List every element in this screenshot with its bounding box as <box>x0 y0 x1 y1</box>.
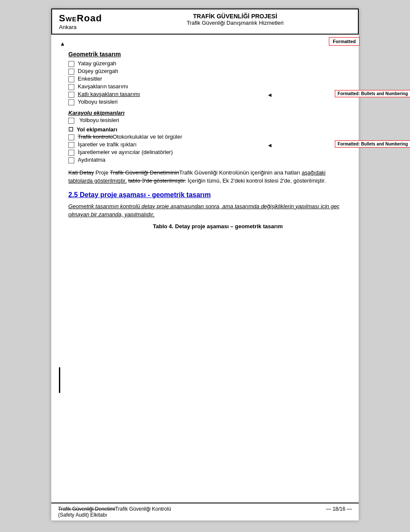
para1-denetiminin: Trafik Güvenliği Denetiminin <box>110 169 179 176</box>
list-item-text: İşaretlemeler ve ayırıcılar (delinatörle… <box>78 149 173 155</box>
list-item-text: Enkesitler <box>78 76 102 82</box>
footer-center: — 18/16 — <box>326 506 352 512</box>
section-number: 2.5 <box>68 191 78 198</box>
list-item-text: Yatay güzergah <box>78 60 116 67</box>
list-item-text: Yolboyu tesisleri <box>78 99 117 105</box>
company-logo: SweRoad <box>59 13 102 24</box>
para1-kati-detay: Kati Detay <box>68 169 94 176</box>
bullet-list-1: Yatay güzergah Düşey güzergah Enkesitler… <box>68 60 342 105</box>
formatted-label-text: Formatted <box>333 39 356 44</box>
italic-paragraph: Geometrik tasarımın kontrolü detay proje… <box>68 202 342 219</box>
header-center: TRAFİK GÜVENLİĞİ PROJESİ Trafik Güvenliğ… <box>102 13 351 26</box>
bullet-list-2: Trafik kontrolüOtokorkuluklar ve tel örg… <box>68 134 342 163</box>
header-title-main: TRAFİK GÜVENLİĞİ PROJESİ <box>119 13 351 20</box>
document-footer: Trafik Güvenliği DenetimiTrafik Güvenliğ… <box>51 503 359 520</box>
formatted-bullets-badge-2: Formatted: Bullets and Numbering <box>335 140 410 148</box>
list-item-text: Aydınlatma <box>78 157 105 163</box>
list-item: Yolboyu tesisleri <box>68 99 342 105</box>
main-content: Formatted Geometrik tasarım ▲ Yatay güze… <box>51 35 359 241</box>
footer-kontrolu-text: Trafik Güvenliği Kontrolü <box>115 506 171 512</box>
formatted-bullets-text-2: Formatted: Bullets and Numbering <box>338 142 408 146</box>
para1-proje: Proje <box>96 169 110 176</box>
bullet-checkbox-icon <box>68 61 74 67</box>
para1-iceriginin: içeriğinin ana hatları <box>251 169 302 176</box>
header-left: SweRoad Ankara <box>59 13 102 30</box>
footer-left: Trafik Güvenliği DenetimiTrafik Güvenliğ… <box>58 506 171 518</box>
list-item-text: Düşey güzergah <box>78 68 118 74</box>
dash-icon: ☐ <box>68 126 73 133</box>
list-item-text: Trafik kontrolüOtokorkuluklar ve tel örg… <box>78 134 182 140</box>
formatted-badge: Formatted <box>329 37 360 46</box>
arrow-icon-2: ◄ <box>267 142 272 148</box>
bullet-checkbox-icon <box>68 142 74 148</box>
section-title: Detay proje aşaması - geometrik tasarım <box>80 191 211 198</box>
list-item-text: Kavşakların tasarımı <box>78 83 129 90</box>
list-item-text: Katlı kavşakların tasarımı <box>78 91 140 97</box>
logo-swe: Swe <box>59 13 77 23</box>
left-bar-marker <box>59 367 60 393</box>
footer-line-2: (Safety Audit) Elkitabı <box>58 512 171 518</box>
section-2-5-heading: 2.5 Detay proje aşaması - geometrik tasa… <box>68 191 342 199</box>
bullet-checkbox-icon <box>68 134 74 140</box>
bullet-checkbox-icon <box>68 84 74 90</box>
footer-audit-text: Trafik Güvenliği Denetimi <box>58 506 115 512</box>
section-heading-geometric: Geometrik tasarım <box>68 51 342 58</box>
list-item-text: İşaretler ve trafik ışıkları <box>78 141 137 148</box>
sub-item-text: Yolboyu tesisleri <box>79 117 119 123</box>
list-item: Düşey güzergah <box>68 68 342 75</box>
paragraph-1: Kati Detay Proje Trafik Güvenliği Deneti… <box>68 169 342 185</box>
bullet-checkbox-icon <box>68 157 74 163</box>
sub-item-yolboyu: Yolboyu tesisleri <box>68 117 342 124</box>
para1-tablo3: tablo 3'de gösterilmiştir. <box>128 177 186 184</box>
list-item: Katlı kavşakların tasarımı Formatted: Bu… <box>68 91 342 98</box>
bullet-checkbox-icon <box>68 99 74 105</box>
sub-heading-yol-text: Yol ekipmanları <box>76 126 117 133</box>
table-caption: Tablo 4. Detay proje aşaması – geometrik… <box>94 223 342 230</box>
document-page: SweRoad Ankara TRAFİK GÜVENLİĞİ PROJESİ … <box>51 9 359 520</box>
bullet-checkbox-icon <box>68 76 74 82</box>
bullet-checkbox-icon <box>68 150 74 156</box>
header-title-sub: Trafik Güvenliği Danışmanlık Hizmetleri <box>119 20 351 26</box>
formatted-bullets-text-1: Formatted: Bullets and Numbering <box>338 91 408 96</box>
list-item: İşaretlemeler ve ayırıcılar (delinatörle… <box>68 149 342 156</box>
section-marker: ▲ <box>60 41 65 47</box>
list-item: Aydınlatma <box>68 157 342 163</box>
para1-kontrolunun: Trafik Güvenliği Kontrolünün <box>179 169 249 176</box>
bullet-dash-icon <box>68 118 74 124</box>
arrow-icon-1: ◄ <box>267 92 272 98</box>
bullet-checkbox-icon <box>68 69 74 75</box>
list-item: Yatay güzergah <box>68 60 342 67</box>
sub-heading-karayolu: Karayolu ekipmanları <box>68 110 342 116</box>
list-item: İşaretler ve trafik ışıkları Formatted: … <box>68 141 342 148</box>
logo-road: Road <box>77 13 102 23</box>
footer-line-1: Trafik Güvenliği DenetimiTrafik Güvenliğ… <box>58 506 171 512</box>
para1-icerik: İçeriğin tümü, Ek 2'deki kontrol listesi… <box>187 177 326 184</box>
list-item: Trafik kontrolüOtokorkuluklar ve tel örg… <box>68 134 342 140</box>
list-item: Enkesitler <box>68 76 342 82</box>
formatted-bullets-badge-1: Formatted: Bullets and Numbering <box>335 90 410 97</box>
sub-heading-yol: ☐ Yol ekipmanları <box>68 126 342 133</box>
header-city: Ankara <box>59 24 102 30</box>
bullet-checkbox-icon <box>68 92 74 98</box>
document-header: SweRoad Ankara TRAFİK GÜVENLİĞİ PROJESİ … <box>51 9 359 35</box>
list-item: Kavşakların tasarımı <box>68 83 342 90</box>
